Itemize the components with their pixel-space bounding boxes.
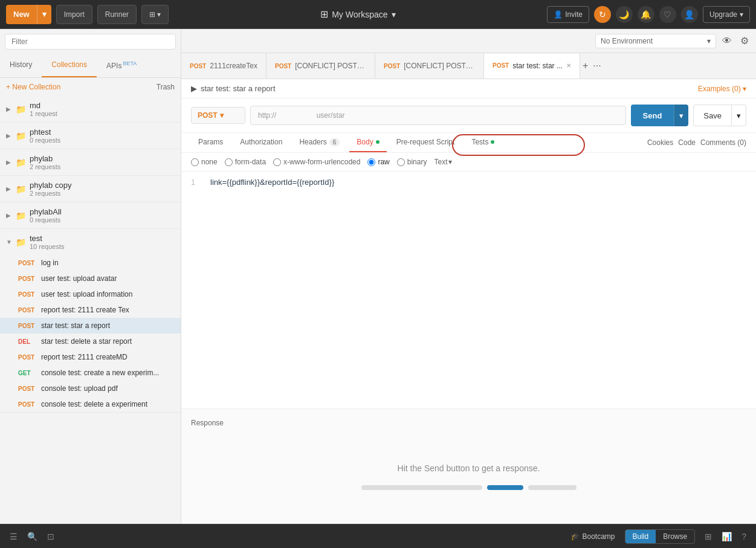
request-name: report test: 2111 create Tex bbox=[41, 306, 129, 314]
request-title: ▶ star test: star a report bbox=[191, 84, 276, 93]
user-icon[interactable]: 👤 bbox=[681, 6, 698, 23]
build-browse-toggle: Build Browse bbox=[625, 529, 696, 544]
upgrade-button[interactable]: Upgrade ▾ bbox=[703, 6, 750, 23]
bar-segment-3 bbox=[528, 485, 577, 490]
save-dropdown[interactable]: ▾ bbox=[732, 105, 746, 126]
url-input[interactable] bbox=[250, 106, 626, 125]
sync-icon[interactable]: ↻ bbox=[594, 6, 611, 23]
request-name: console test: upload pdf bbox=[41, 384, 118, 393]
request-item-5-4[interactable]: POST star test: star a report bbox=[0, 318, 181, 334]
new-collection-button[interactable]: + New Collection bbox=[6, 83, 60, 91]
moon-icon[interactable]: 🌙 bbox=[616, 6, 633, 23]
url-bar: POST ▾ Send ▾ Save ▾ bbox=[181, 98, 756, 133]
tab-apis[interactable]: APIsBETA bbox=[97, 54, 146, 77]
collection-header-1[interactable]: ▶ 📁 phtest 0 requests bbox=[0, 123, 181, 149]
bootcamp-button[interactable]: 🎓 Bootcamp bbox=[570, 532, 615, 541]
request-name: user test: upload avatar bbox=[41, 274, 117, 283]
close-icon[interactable]: ✕ bbox=[566, 62, 571, 69]
grid-icon[interactable]: ⊞ bbox=[705, 532, 712, 541]
body-options: none form-data x-www-form-urlencoded raw… bbox=[181, 153, 756, 172]
save-button[interactable]: Save bbox=[693, 105, 732, 126]
code-editor[interactable]: 1 link={{pdflink}}&reportId={{reportId}} bbox=[181, 172, 756, 408]
chart-icon[interactable]: 📊 bbox=[722, 532, 732, 541]
search-bottom-icon[interactable]: 🔍 bbox=[27, 532, 37, 541]
request-item-5-7[interactable]: GET console test: create a new experim..… bbox=[0, 365, 181, 381]
method-selector[interactable]: POST ▾ bbox=[191, 107, 245, 124]
tab-headers[interactable]: Headers 6 bbox=[292, 133, 347, 152]
request-item-5-0[interactable]: POST log in bbox=[0, 255, 181, 271]
collection-header-3[interactable]: ▶ 📁 phylab copy 2 requests bbox=[0, 176, 181, 202]
radio-none[interactable]: none bbox=[191, 158, 218, 166]
tab-1[interactable]: POST [CONFLICT] POST http://4 bbox=[267, 53, 375, 79]
radio-binary[interactable]: binary bbox=[397, 158, 427, 166]
import-button[interactable]: Import bbox=[56, 5, 92, 24]
sidebar-search-container bbox=[0, 29, 181, 54]
collection-header-5[interactable]: ▼ 📁 test 10 requests bbox=[0, 229, 181, 255]
help-icon[interactable]: ? bbox=[741, 532, 746, 541]
folder-icon: 📁 bbox=[16, 237, 26, 247]
bottom-bar: ☰ 🔍 ⊡ 🎓 Bootcamp Build Browse ⊞ 📊 ? bbox=[0, 524, 756, 548]
radio-urlencoded[interactable]: x-www-form-urlencoded bbox=[273, 158, 360, 166]
request-item-5-3[interactable]: POST report test: 2111 create Tex bbox=[0, 302, 181, 318]
trash-button[interactable]: Trash bbox=[157, 83, 175, 91]
tab-pre-request[interactable]: Pre-request Script bbox=[389, 133, 462, 152]
collection-header-0[interactable]: ▶ 📁 md 1 request bbox=[0, 96, 181, 122]
heart-icon[interactable]: ♡ bbox=[659, 6, 676, 23]
request-item-5-6[interactable]: POST report test: 2111 createMD bbox=[0, 349, 181, 365]
request-item-5-8[interactable]: POST console test: upload pdf bbox=[0, 381, 181, 396]
sidebar-toggle-icon[interactable]: ☰ bbox=[10, 532, 18, 541]
tab-history[interactable]: History bbox=[0, 54, 42, 77]
tab-3[interactable]: POST star test: star ... ✕ bbox=[484, 54, 580, 79]
build-button[interactable]: Build bbox=[625, 530, 656, 543]
examples-chevron: ▾ bbox=[743, 85, 746, 93]
request-item-5-9[interactable]: POST console test: delete a experiment bbox=[0, 396, 181, 412]
send-button[interactable]: Send bbox=[631, 105, 674, 126]
tab-params[interactable]: Params bbox=[191, 133, 230, 152]
method-chevron: ▾ bbox=[220, 111, 224, 120]
new-button[interactable]: New ▾ bbox=[6, 5, 51, 24]
tab-2[interactable]: POST [CONFLICT] POST log in bbox=[375, 53, 484, 79]
workspace-selector[interactable]: ⊞ My Workspace ▾ bbox=[320, 8, 395, 20]
new-tab-button[interactable]: + bbox=[580, 59, 590, 73]
method-badge: POST bbox=[18, 385, 36, 392]
collection-header-4[interactable]: ▶ 📁 phylabAll 0 requests bbox=[0, 202, 181, 228]
gear-icon[interactable]: ⚙ bbox=[738, 33, 751, 49]
tab-authorization[interactable]: Authorization bbox=[233, 133, 289, 152]
layout-button[interactable]: ⊞ ▾ bbox=[141, 5, 169, 24]
tab-tests[interactable]: Tests bbox=[464, 133, 502, 152]
code-button[interactable]: Code bbox=[678, 138, 696, 147]
console-icon[interactable]: ⊡ bbox=[47, 532, 54, 541]
comments-button[interactable]: Comments (0) bbox=[700, 138, 746, 147]
collection-name: phtest bbox=[30, 127, 175, 137]
browse-button[interactable]: Browse bbox=[656, 530, 694, 543]
expand-icon[interactable]: ▶ bbox=[191, 84, 197, 93]
request-item-5-2[interactable]: POST user test: upload information bbox=[0, 286, 181, 302]
method-badge: DEL bbox=[18, 338, 36, 345]
notification-icon[interactable]: 🔔 bbox=[638, 6, 654, 23]
send-dropdown[interactable]: ▾ bbox=[674, 105, 688, 126]
request-item-5-1[interactable]: POST user test: upload avatar bbox=[0, 271, 181, 286]
runner-button[interactable]: Runner bbox=[97, 5, 137, 24]
environment-selector[interactable]: No Environment ▾ bbox=[595, 34, 716, 48]
cookies-button[interactable]: Cookies bbox=[647, 138, 673, 147]
more-tabs-button[interactable]: ··· bbox=[590, 59, 603, 73]
tab-body[interactable]: Body bbox=[349, 133, 386, 152]
caret-icon: ▶ bbox=[6, 159, 12, 166]
invite-button[interactable]: 👤 Invite bbox=[547, 6, 589, 23]
new-dropdown-arrow[interactable]: ▾ bbox=[37, 5, 51, 24]
tab-0[interactable]: POST 2111createTex bbox=[181, 53, 267, 79]
eye-icon[interactable]: 👁 bbox=[720, 33, 734, 49]
search-input[interactable] bbox=[5, 34, 176, 50]
folder-icon: 📁 bbox=[16, 211, 26, 221]
examples-button[interactable]: Examples (0) ▾ bbox=[698, 85, 746, 93]
request-item-5-5[interactable]: DEL star test: delete a star report bbox=[0, 334, 181, 349]
request-tab-actions: Cookies Code Comments (0) bbox=[647, 133, 746, 152]
workspace-label: My Workspace bbox=[332, 10, 387, 19]
collection-count: 1 request bbox=[30, 110, 175, 117]
text-type-selector[interactable]: Text ▾ bbox=[434, 158, 452, 166]
radio-form-data[interactable]: form-data bbox=[225, 158, 266, 166]
tab-collections[interactable]: Collections bbox=[42, 54, 97, 77]
collection-header-2[interactable]: ▶ 📁 phylab 2 requests bbox=[0, 149, 181, 175]
radio-raw[interactable]: raw bbox=[367, 158, 389, 166]
request-tabs: Params Authorization Headers 6 Body Pre-… bbox=[181, 133, 756, 153]
